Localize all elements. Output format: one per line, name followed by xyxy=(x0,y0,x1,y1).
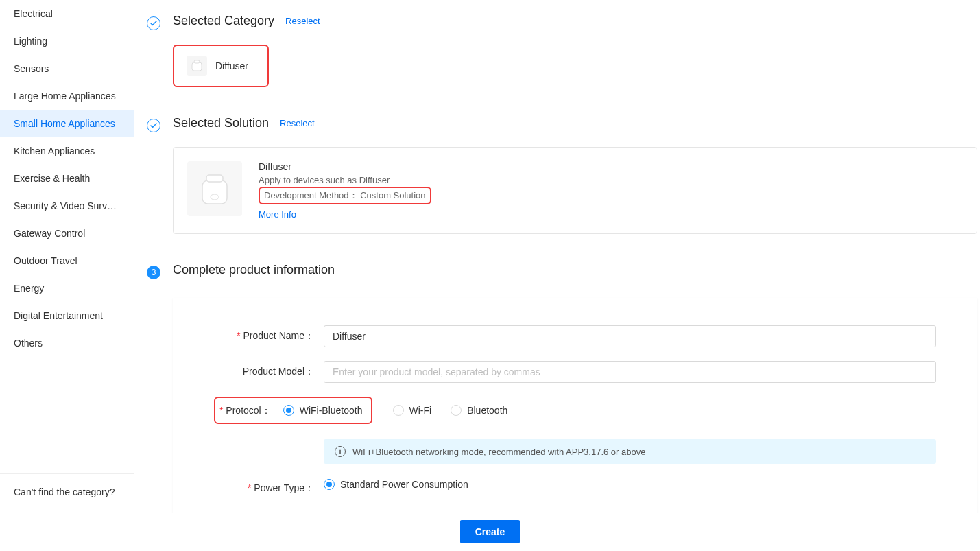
sidebar-item-electrical[interactable]: Electrical xyxy=(0,0,134,27)
reselect-category-link[interactable]: Reselect xyxy=(285,16,320,26)
step-selected-category: Selected Category Reselect Diffuser xyxy=(147,14,980,87)
sidebar-item-sensors[interactable]: Sensors xyxy=(0,55,134,82)
sidebar-item-small-home-appliances[interactable]: Small Home Appliances xyxy=(0,110,134,137)
radio-icon xyxy=(451,405,462,416)
product-info-form: Product Name： Product Model： Prot xyxy=(173,298,977,522)
sidebar-item-digital-entertainment[interactable]: Digital Entertainment xyxy=(0,302,134,329)
radio-icon xyxy=(393,405,404,416)
step-marker-done-icon xyxy=(147,16,160,30)
solution-description: Apply to devices such as Diffuser xyxy=(259,175,963,185)
step-selected-solution: Selected Solution Reselect Diffuser Appl… xyxy=(147,116,980,234)
product-model-input[interactable] xyxy=(324,361,936,383)
radio-wifi[interactable]: Wi-Fi xyxy=(393,405,432,416)
solution-card: Diffuser Apply to devices such as Diffus… xyxy=(173,147,977,234)
sidebar-item-outdoor-travel[interactable]: Outdoor Travel xyxy=(0,247,134,274)
radio-icon xyxy=(324,479,335,490)
solution-name: Diffuser xyxy=(259,161,963,172)
svg-rect-0 xyxy=(192,62,202,71)
step-product-info: 3 Complete product information Product N… xyxy=(147,263,980,522)
step-title: Selected Solution xyxy=(173,116,269,130)
protocol-label: Protocol： xyxy=(219,405,275,417)
reselect-solution-link[interactable]: Reselect xyxy=(280,118,315,128)
create-button[interactable]: Create xyxy=(460,520,521,543)
step-title: Complete product information xyxy=(173,263,335,277)
power-type-label: Power Type： xyxy=(214,478,324,495)
radio-label: Bluetooth xyxy=(467,405,507,416)
footer-bar: Create xyxy=(0,513,980,551)
sidebar: Electrical Lighting Sensors Large Home A… xyxy=(0,0,134,551)
product-name-input[interactable] xyxy=(324,325,936,347)
radio-wifi-bluetooth[interactable]: WiFi-Bluetooth xyxy=(283,405,363,416)
sidebar-item-energy[interactable]: Energy xyxy=(0,274,134,302)
category-card[interactable]: Diffuser xyxy=(173,45,269,87)
product-model-label: Product Model： xyxy=(214,361,324,378)
radio-icon xyxy=(283,405,294,416)
svg-rect-1 xyxy=(194,60,200,63)
sidebar-item-gateway-control[interactable]: Gateway Control xyxy=(0,220,134,247)
sidebar-item-others[interactable]: Others xyxy=(0,329,134,357)
product-name-label: Product Name： xyxy=(214,325,324,342)
svg-rect-2 xyxy=(202,180,227,204)
sidebar-item-kitchen-appliances[interactable]: Kitchen Appliances xyxy=(0,137,134,165)
svg-rect-3 xyxy=(206,175,223,182)
protocol-highlight-box: Protocol： WiFi-Bluetooth xyxy=(214,397,372,424)
step-marker-current: 3 xyxy=(147,266,160,279)
radio-standard-power[interactable]: Standard Power Consumption xyxy=(324,479,468,490)
development-method: Development Method： Custom Solution xyxy=(259,187,431,204)
radio-label: Wi-Fi xyxy=(409,405,432,416)
info-icon: i xyxy=(335,446,346,457)
diffuser-icon xyxy=(187,56,207,76)
solution-image xyxy=(187,161,242,216)
sidebar-item-lighting[interactable]: Lighting xyxy=(0,27,134,55)
step-marker-done-icon xyxy=(147,119,160,132)
main-content: Selected Category Reselect Diffuser Sele… xyxy=(134,0,980,551)
radio-label: WiFi-Bluetooth xyxy=(300,405,363,416)
step-title: Selected Category xyxy=(173,14,274,28)
category-name: Diffuser xyxy=(215,60,248,71)
sidebar-item-exercise-health[interactable]: Exercise & Health xyxy=(0,165,134,192)
sidebar-item-large-home-appliances[interactable]: Large Home Appliances xyxy=(0,82,134,110)
radio-label: Standard Power Consumption xyxy=(340,479,468,490)
sidebar-item-security-video[interactable]: Security & Video Surveill… xyxy=(0,192,134,220)
info-text: WiFi+Bluetooth networking mode, recommen… xyxy=(352,447,645,457)
sidebar-footer-link[interactable]: Can't find the category? xyxy=(0,473,134,510)
protocol-info-banner: i WiFi+Bluetooth networking mode, recomm… xyxy=(324,439,936,464)
radio-bluetooth[interactable]: Bluetooth xyxy=(451,405,507,416)
more-info-link[interactable]: More Info xyxy=(259,209,296,220)
